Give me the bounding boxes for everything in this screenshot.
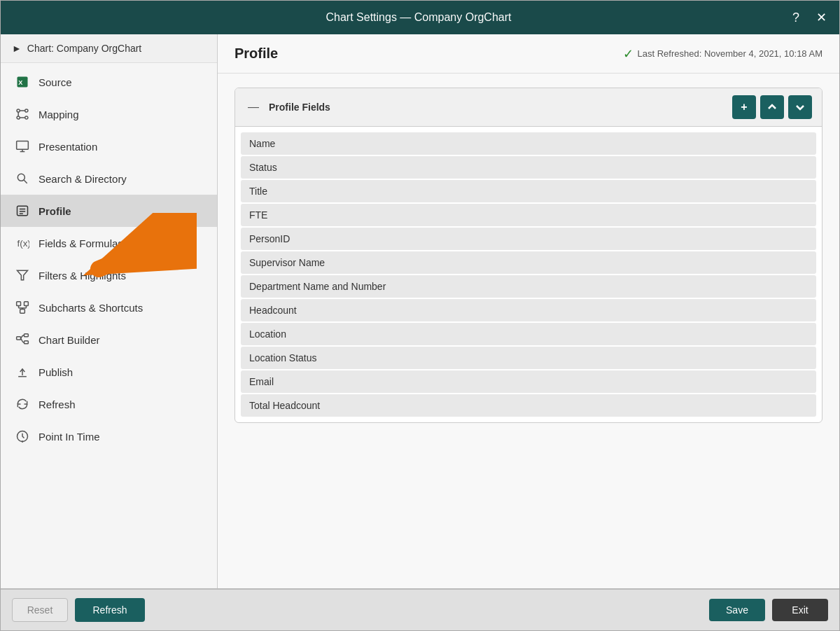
profile-fields-section: — Profile Fields +: [234, 88, 822, 423]
field-item-fte[interactable]: FTE: [241, 204, 816, 226]
mapping-icon: [15, 106, 30, 122]
svg-rect-9: [17, 141, 29, 150]
builder-icon: [15, 332, 30, 347]
field-item-personid[interactable]: PersonID: [241, 228, 816, 250]
move-field-down-button[interactable]: [788, 95, 812, 119]
svg-rect-28: [17, 337, 21, 340]
sidebar-item-presentation-label: Presentation: [38, 141, 97, 153]
window-title: Chart Settings — Company OrgChart: [51, 11, 786, 24]
svg-rect-29: [24, 334, 29, 337]
move-field-up-button[interactable]: [760, 95, 784, 119]
sidebar-item-mapping-label: Mapping: [38, 109, 79, 120]
sidebar-item-filters-highlights[interactable]: Filters & Highlights: [1, 259, 217, 291]
sidebar: ► Chart: Company OrgChart X Source: [1, 34, 218, 588]
sidebar-item-filters-highlights-label: Filters & Highlights: [38, 270, 126, 282]
help-button[interactable]: ?: [786, 8, 806, 27]
content-title: Profile: [234, 46, 278, 62]
field-item-location-status[interactable]: Location Status: [241, 347, 816, 369]
sidebar-item-search-directory-label: Search & Directory: [38, 173, 127, 185]
last-refreshed-text: Last Refreshed: November 4, 2021, 10:18 …: [638, 48, 823, 59]
app-window: Chart Settings — Company OrgChart ? ✕ ► …: [0, 0, 840, 631]
bottom-left-buttons: Reset Refresh: [12, 598, 145, 622]
titlebar-controls: ? ✕: [786, 8, 831, 27]
clock-icon: [15, 429, 30, 444]
reset-button[interactable]: Reset: [12, 598, 68, 622]
bottom-right-buttons: Save Exit: [709, 599, 828, 621]
svg-text:f(x): f(x): [18, 238, 30, 249]
fields-list: Name Status Title FTE PersonID Superviso…: [235, 127, 822, 422]
sidebar-item-chart-builder-label: Chart Builder: [38, 334, 100, 346]
exit-button[interactable]: Exit: [772, 599, 828, 621]
svg-rect-21: [24, 302, 29, 306]
content-header: Profile ✓ Last Refreshed: November 4, 20…: [218, 34, 839, 74]
svg-rect-22: [20, 310, 25, 314]
sidebar-item-source-label: Source: [38, 76, 72, 88]
sidebar-item-point-in-time-label: Point In Time: [38, 431, 100, 443]
sidebar-item-presentation[interactable]: Presentation: [1, 130, 217, 162]
svg-line-13: [24, 180, 27, 183]
excel-icon: X: [15, 74, 30, 90]
svg-point-38: [22, 441, 24, 443]
last-refreshed-container: ✓ Last Refreshed: November 4, 2021, 10:1…: [623, 46, 823, 62]
sidebar-item-point-in-time[interactable]: Point In Time: [1, 420, 217, 452]
field-action-buttons: +: [732, 95, 812, 119]
main-area: ► Chart: Company OrgChart X Source: [1, 34, 839, 588]
sidebar-item-refresh-label: Refresh: [38, 398, 76, 410]
profile-fields-title: Profile Fields: [269, 102, 725, 113]
field-item-total-headcount[interactable]: Total Headcount: [241, 394, 816, 417]
field-item-name[interactable]: Name: [241, 132, 816, 155]
formula-icon: f(x): [15, 235, 30, 251]
presentation-icon: [15, 139, 30, 154]
subcharts-icon: [15, 300, 30, 315]
field-item-location[interactable]: Location: [241, 323, 816, 345]
sidebar-item-subcharts-shortcuts[interactable]: Subcharts & Shortcuts: [1, 291, 217, 324]
sidebar-item-chart-builder[interactable]: Chart Builder: [1, 324, 217, 356]
field-item-headcount[interactable]: Headcount: [241, 299, 816, 321]
sidebar-item-profile-label: Profile: [38, 205, 71, 217]
sidebar-nav: X Source: [1, 63, 217, 588]
sidebar-item-publish[interactable]: Publish: [1, 356, 217, 388]
svg-point-2: [17, 109, 20, 112]
close-icon: ✕: [816, 10, 827, 25]
sidebar-item-fields-formulas[interactable]: f(x) Fields & Formulas: [1, 227, 217, 259]
sidebar-item-search-directory[interactable]: Search & Directory: [1, 162, 217, 195]
add-field-button[interactable]: +: [732, 95, 756, 119]
checkmark-icon: ✓: [623, 46, 634, 62]
collapse-button[interactable]: —: [245, 101, 262, 113]
sidebar-item-refresh[interactable]: Refresh: [1, 388, 217, 420]
field-item-supervisor-name[interactable]: Supervisor Name: [241, 251, 816, 274]
svg-point-3: [25, 109, 28, 112]
chevron-right-icon: ►: [12, 43, 22, 54]
sidebar-item-profile[interactable]: Profile: [1, 195, 217, 227]
svg-text:X: X: [18, 79, 23, 86]
svg-line-32: [21, 338, 23, 342]
close-button[interactable]: ✕: [811, 8, 831, 27]
bottom-bar: Reset Refresh Save Exit: [1, 588, 839, 630]
save-button[interactable]: Save: [709, 599, 765, 621]
field-item-status[interactable]: Status: [241, 156, 816, 179]
content-body: — Profile Fields +: [218, 74, 839, 588]
search-icon: [15, 171, 30, 186]
sidebar-item-source[interactable]: X Source: [1, 66, 217, 98]
field-item-title[interactable]: Title: [241, 180, 816, 202]
svg-point-5: [25, 116, 28, 119]
svg-rect-30: [24, 341, 29, 344]
profile-fields-header: — Profile Fields +: [235, 88, 822, 127]
content-panel: Profile ✓ Last Refreshed: November 4, 20…: [218, 34, 839, 588]
sidebar-item-subcharts-shortcuts-label: Subcharts & Shortcuts: [38, 302, 143, 314]
refresh-button[interactable]: Refresh: [75, 598, 145, 622]
help-icon: ?: [792, 11, 799, 25]
filter-icon: [15, 268, 30, 283]
field-item-email[interactable]: Email: [241, 370, 816, 393]
sidebar-item-fields-formulas-label: Fields & Formulas: [38, 237, 123, 249]
field-item-department-name-number[interactable]: Department Name and Number: [241, 275, 816, 298]
titlebar: Chart Settings — Company OrgChart ? ✕: [1, 1, 839, 34]
svg-point-12: [18, 174, 24, 181]
chart-header[interactable]: ► Chart: Company OrgChart: [1, 34, 217, 63]
svg-rect-20: [17, 302, 21, 306]
chart-header-label: Chart: Company OrgChart: [27, 43, 141, 54]
publish-icon: [15, 364, 30, 380]
profile-icon: [15, 203, 30, 219]
refresh-icon: [15, 396, 30, 412]
sidebar-item-mapping[interactable]: Mapping: [1, 98, 217, 130]
